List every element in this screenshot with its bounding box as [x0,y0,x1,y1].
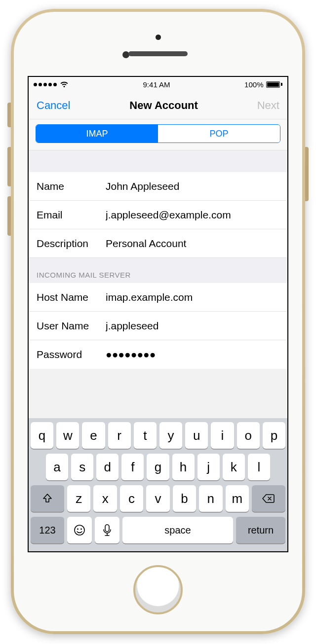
key-c[interactable]: c [120,485,143,512]
email-label: Email [37,209,106,221]
key-e[interactable]: e [82,422,105,449]
tab-imap[interactable]: IMAP [36,125,158,143]
key-g[interactable]: g [147,454,169,480]
description-row[interactable]: Description [29,229,287,258]
key-s[interactable]: s [71,454,93,480]
key-u[interactable]: u [185,422,208,449]
description-label: Description [37,238,106,250]
keyboard: qwertyuiop asdfghjkl zxcvbnm 123 space [29,418,287,551]
iphone-frame: 9:41 AM 100% Cancel New Account Next IMA… [11,9,305,634]
incoming-server-header: INCOMING MAIL SERVER [29,258,287,283]
space-key[interactable]: space [122,517,233,543]
hostname-row[interactable]: Host Name [29,283,287,312]
shift-key[interactable] [31,485,64,512]
wifi-icon [60,81,69,88]
key-t[interactable]: t [134,422,157,449]
username-input[interactable] [106,320,279,332]
backspace-key[interactable] [252,485,285,512]
key-v[interactable]: v [146,485,169,512]
key-n[interactable]: n [199,485,222,512]
next-button[interactable]: Next [257,99,279,112]
key-j[interactable]: j [198,454,220,480]
key-q[interactable]: q [31,422,53,449]
dictation-key[interactable] [95,517,119,543]
key-m[interactable]: m [226,485,249,512]
key-o[interactable]: o [237,422,260,449]
svg-point-2 [80,529,82,530]
key-w[interactable]: w [56,422,79,449]
numbers-key[interactable]: 123 [31,517,64,543]
key-y[interactable]: y [159,422,182,449]
key-f[interactable]: f [121,454,144,480]
key-h[interactable]: h [172,454,195,480]
emoji-key[interactable] [67,517,92,543]
return-key[interactable]: return [236,517,285,543]
home-button[interactable] [133,565,183,614]
screen: 9:41 AM 100% Cancel New Account Next IMA… [28,76,288,552]
username-row[interactable]: User Name [29,312,287,340]
key-k[interactable]: k [223,454,245,480]
page-title: New Account [129,99,198,112]
hostname-input[interactable] [106,291,279,303]
name-row[interactable]: Name [29,172,287,201]
svg-rect-3 [105,525,109,532]
battery-percent: 100% [244,80,263,89]
svg-point-0 [75,525,84,535]
key-p[interactable]: p [263,422,285,449]
key-d[interactable]: d [96,454,118,480]
nav-bar: Cancel New Account Next [29,92,287,119]
password-input[interactable] [106,349,279,360]
name-label: Name [37,180,106,192]
status-time: 9:41 AM [143,80,170,89]
tab-pop[interactable]: POP [158,125,280,143]
hostname-label: Host Name [37,291,106,303]
email-row[interactable]: Email [29,201,287,229]
signal-icon [34,83,57,86]
status-bar: 9:41 AM 100% [29,77,287,92]
username-label: User Name [37,320,106,332]
key-x[interactable]: x [93,485,117,512]
name-input[interactable] [106,180,279,192]
key-l[interactable]: l [248,454,270,480]
key-a[interactable]: a [46,454,68,480]
password-row[interactable]: Password [29,340,287,369]
key-i[interactable]: i [211,422,234,449]
description-input[interactable] [106,238,279,250]
key-b[interactable]: b [173,485,196,512]
svg-point-1 [77,529,79,530]
cancel-button[interactable]: Cancel [37,99,70,112]
protocol-segmented-control: IMAP POP [36,124,280,143]
key-r[interactable]: r [108,422,131,449]
password-label: Password [37,349,106,360]
key-z[interactable]: z [67,485,90,512]
battery-icon [266,81,282,88]
email-input[interactable] [106,209,279,221]
